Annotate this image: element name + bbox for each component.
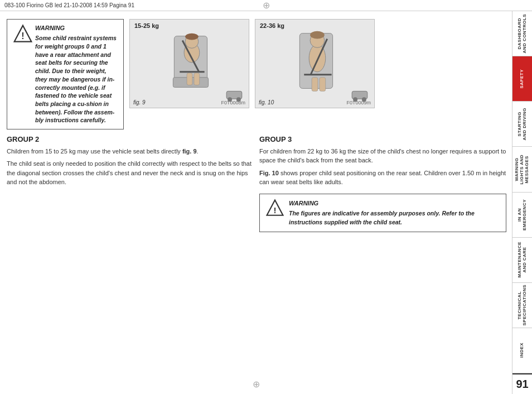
text-sections: GROUP 2 Children from 15 to 25 kg may us… bbox=[7, 135, 506, 232]
group-3-para2: Fig. 10 shows proper child seat position… bbox=[259, 169, 506, 187]
sidebar-label-maintenance: MAINTENANCEAND CARE bbox=[518, 242, 528, 278]
svg-point-7 bbox=[185, 33, 199, 40]
group-3-section: GROUP 3 For children from 22 kg to 36 kg… bbox=[259, 135, 506, 232]
figure-10-weight: 22-36 kg bbox=[260, 22, 284, 29]
group-2-para2: The child seat is only needed to positio… bbox=[7, 159, 254, 187]
sidebar-item-index[interactable]: INDEX bbox=[512, 328, 532, 373]
warning-title-bottom: WARNING bbox=[289, 199, 500, 208]
sidebar-item-technical[interactable]: TECHNICALSPECIFICATIONS bbox=[512, 283, 532, 328]
sidebar-label-technical: TECHNICALSPECIFICATIONS bbox=[518, 285, 528, 326]
header-crosshair: ⊕ bbox=[263, 0, 270, 11]
page-container: 083-100 Fiorino GB led 21-10-2008 14:59 … bbox=[0, 0, 532, 394]
svg-point-19 bbox=[310, 31, 325, 39]
sidebar-label-dashboard: DASHBOARDAND CONTROLS bbox=[518, 14, 528, 53]
figure-9-weight: 15-25 kg bbox=[134, 22, 159, 29]
sidebar-label-safety: SAFETY bbox=[520, 69, 525, 89]
sidebar-label-emergency: IN ANEMERGENCY bbox=[518, 199, 528, 230]
sidebar-label-warning: WARNINGLIGHTS ANDMESSAGES bbox=[515, 155, 529, 185]
sidebar: DASHBOARDAND CONTROLS SAFETY STARTINGAND… bbox=[512, 11, 532, 394]
sidebar-item-safety[interactable]: SAFETY bbox=[512, 56, 532, 102]
warning-text-left: WARNING Some child restraint systems for… bbox=[35, 24, 118, 124]
page-number-container: 91 bbox=[512, 373, 532, 394]
group-2-text: Children from 15 to 25 kg may use the ve… bbox=[7, 147, 254, 187]
sidebar-label-starting: STARTINGAND DRIVING bbox=[518, 108, 528, 140]
figure-9-photoid: F0T0008m bbox=[221, 100, 245, 105]
figure-9-box: 15-25 kg bbox=[129, 19, 249, 108]
svg-text:!: ! bbox=[273, 205, 276, 214]
group-2-ref: fig. 9 bbox=[182, 148, 197, 155]
group-2-section: GROUP 2 Children from 15 to 25 kg may us… bbox=[7, 135, 254, 232]
figure-10-illustration bbox=[255, 20, 374, 108]
bottom-crosshair: ⊕ bbox=[253, 379, 260, 390]
figure-10-box: 22-36 kg bbox=[255, 19, 375, 108]
warning-body-bottom: The figures are indicative for assembly … bbox=[289, 209, 500, 227]
top-section: ! WARNING Some child restraint systems f… bbox=[7, 19, 506, 129]
header-bar: 083-100 Fiorino GB led 21-10-2008 14:59 … bbox=[0, 0, 532, 11]
svg-text:!: ! bbox=[21, 31, 24, 41]
svg-rect-23 bbox=[320, 78, 326, 92]
warning-body-left: Some child restraint systems for weight … bbox=[35, 34, 118, 124]
sidebar-label-index: INDEX bbox=[520, 343, 525, 358]
warning-box-left: ! WARNING Some child restraint systems f… bbox=[7, 19, 124, 129]
main-content: ! WARNING Some child restraint systems f… bbox=[0, 11, 532, 394]
warning-title-left: WARNING bbox=[35, 24, 118, 32]
group-2-title: GROUP 2 bbox=[7, 135, 254, 143]
header-text: 083-100 Fiorino GB led 21-10-2008 14:59 … bbox=[4, 2, 134, 8]
svg-rect-11 bbox=[194, 73, 200, 85]
warning-text-bottom: WARNING The figures are indicative for a… bbox=[289, 199, 500, 227]
sidebar-item-warning[interactable]: WARNINGLIGHTS ANDMESSAGES bbox=[512, 147, 532, 192]
sidebar-item-starting[interactable]: STARTINGAND DRIVING bbox=[512, 102, 532, 147]
figure-9-illustration bbox=[130, 20, 249, 108]
warning-triangle-bottom: ! bbox=[265, 199, 284, 220]
warning-box-bottom: ! WARNING The figures are indicative for… bbox=[259, 194, 506, 232]
group-3-title: GROUP 3 bbox=[259, 135, 506, 143]
figure-10-photoid: F0T0009m bbox=[346, 100, 371, 105]
page-number: 91 bbox=[516, 378, 528, 390]
figure-10-caption: fig. 10 bbox=[259, 99, 274, 105]
sidebar-item-maintenance[interactable]: MAINTENANCEAND CARE bbox=[512, 238, 532, 283]
group-3-para1: For children from 22 kg to 36 kg the siz… bbox=[259, 147, 506, 165]
group-3-ref: Fig. 10 bbox=[259, 170, 279, 176]
group-3-text: For children from 22 kg to 36 kg the siz… bbox=[259, 147, 506, 232]
svg-rect-10 bbox=[187, 73, 192, 85]
group-2-para1: Children from 15 to 25 kg may use the ve… bbox=[7, 147, 254, 156]
svg-rect-22 bbox=[312, 78, 318, 92]
figure-9-caption: fig. 9 bbox=[133, 99, 146, 105]
warning-triangle-left: ! bbox=[13, 24, 31, 42]
sidebar-item-dashboard[interactable]: DASHBOARDAND CONTROLS bbox=[512, 11, 532, 56]
sidebar-item-emergency[interactable]: IN ANEMERGENCY bbox=[512, 193, 532, 238]
